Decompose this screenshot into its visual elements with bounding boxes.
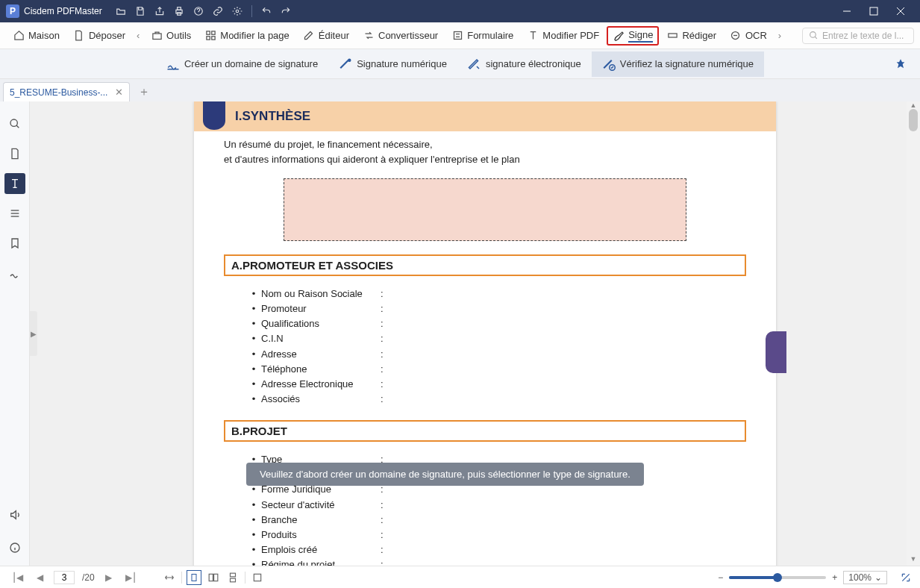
modify-pdf-button[interactable]: Modifier PDF xyxy=(521,27,605,45)
field-label: Qualifications xyxy=(261,316,381,331)
field-colon: : xyxy=(381,377,384,392)
ocr-button[interactable]: OCR xyxy=(724,27,773,45)
continuous-icon[interactable] xyxy=(225,570,240,585)
zoom-level-select[interactable]: 100%⌄ xyxy=(843,571,887,584)
left-collapse-handle[interactable]: ▶ xyxy=(30,311,37,356)
separator xyxy=(245,572,245,584)
last-page-button[interactable]: ▶⎮ xyxy=(122,571,140,584)
svg-point-4 xyxy=(236,10,239,13)
redact-button[interactable]: Rédiger xyxy=(660,27,722,45)
open-icon[interactable] xyxy=(113,3,129,19)
close-button[interactable] xyxy=(887,0,914,22)
zoom-in-button[interactable]: + xyxy=(832,572,837,583)
sign-button[interactable]: Signe xyxy=(607,26,659,46)
page-number-input[interactable] xyxy=(54,571,75,584)
chevron-right-icon[interactable]: › xyxy=(774,30,786,41)
field-colon: : xyxy=(381,513,384,528)
maximize-button[interactable] xyxy=(860,0,887,22)
sound-icon[interactable] xyxy=(4,504,25,525)
pin-icon[interactable] xyxy=(895,58,907,70)
tools-button[interactable]: Outils xyxy=(145,27,197,45)
save-icon[interactable] xyxy=(132,3,148,19)
text-panel-icon[interactable] xyxy=(4,173,25,194)
page-panel-icon[interactable] xyxy=(4,143,25,164)
search-input[interactable]: Entrez le texte de l... xyxy=(802,28,914,44)
separator xyxy=(181,572,182,584)
deposit-button[interactable]: Déposer xyxy=(67,27,131,45)
bookmark-panel-icon[interactable] xyxy=(4,233,25,254)
page-navigation: ⎮◀ ◀ /20 ▶ ▶⎮ xyxy=(9,571,140,584)
redact-icon xyxy=(666,30,678,42)
fit-width-icon[interactable] xyxy=(162,570,177,585)
undo-icon[interactable] xyxy=(258,3,275,19)
section-title: I.SYNTHÈSE xyxy=(235,109,776,124)
first-page-button[interactable]: ⎮◀ xyxy=(9,571,26,584)
bullet: • xyxy=(246,513,261,528)
field-label: C.I.N xyxy=(261,331,381,346)
intro-line-1: Un résumé du projet, le financement néce… xyxy=(224,137,746,152)
svg-rect-37 xyxy=(254,574,260,581)
electronic-signature-button[interactable]: signature électronique xyxy=(457,51,592,77)
svg-rect-21 xyxy=(167,69,178,70)
left-sidebar xyxy=(0,101,30,566)
zoom-slider[interactable] xyxy=(729,576,826,579)
modify-page-button[interactable]: Modifier la page xyxy=(198,27,295,45)
digital-sig-icon xyxy=(339,57,352,71)
info-icon[interactable] xyxy=(4,537,25,558)
converter-button[interactable]: Convertisseur xyxy=(357,27,444,45)
search-placeholder: Entrez le texte de l... xyxy=(822,31,904,41)
add-tab-button[interactable]: ＋ xyxy=(134,82,154,101)
section-b-heading: B.PROJET xyxy=(224,420,746,442)
document-tab[interactable]: 5_RESUME-Business-... ✕ xyxy=(3,82,130,101)
redo-icon[interactable] xyxy=(278,3,294,19)
field-colon: : xyxy=(381,528,384,542)
svg-rect-32 xyxy=(192,574,196,581)
home-button[interactable]: Maison xyxy=(7,27,66,45)
outline-panel-icon[interactable] xyxy=(4,203,25,224)
document-tab-bar: 5_RESUME-Business-... ✕ ＋ xyxy=(0,79,920,101)
file-icon xyxy=(73,30,85,42)
bullet: • xyxy=(246,316,261,331)
field-row: •Secteur d'activité: xyxy=(246,498,746,513)
document-canvas[interactable]: ▶ ◀ I.SYNTHÈSE Un résumé du projet, le f… xyxy=(30,101,920,566)
create-signature-field-button[interactable]: Créer un domaine de signature xyxy=(156,51,328,77)
field-colon: : xyxy=(381,557,384,566)
field-label: Secteur d'activité xyxy=(261,498,381,513)
scroll-down-icon[interactable]: ▼ xyxy=(907,555,920,566)
editor-button[interactable]: Éditeur xyxy=(297,27,355,45)
svg-rect-36 xyxy=(230,578,235,582)
prev-page-button[interactable]: ◀ xyxy=(34,571,46,584)
search-panel-icon[interactable] xyxy=(4,113,25,134)
verify-signature-button[interactable]: Vérifiez la signature numérique xyxy=(592,51,764,77)
field-row: •C.I.N: xyxy=(246,331,746,346)
two-page-icon[interactable] xyxy=(206,570,221,585)
bullet: • xyxy=(246,301,261,316)
bullet: • xyxy=(246,331,261,346)
signature-panel-icon[interactable] xyxy=(4,263,25,284)
side-tab-handle[interactable] xyxy=(766,331,786,373)
field-colon: : xyxy=(381,392,384,407)
svg-point-24 xyxy=(10,119,17,126)
chevron-left-icon[interactable]: ‹ xyxy=(132,30,144,41)
bullet: • xyxy=(246,557,261,566)
settings-icon[interactable] xyxy=(229,3,245,19)
single-page-icon[interactable] xyxy=(187,570,201,585)
signature-field[interactable] xyxy=(284,178,686,241)
zoom-out-button[interactable]: − xyxy=(718,572,723,583)
tab-close-icon[interactable]: ✕ xyxy=(115,87,123,98)
fullscreen-icon[interactable] xyxy=(901,572,911,583)
share-icon[interactable] xyxy=(151,3,168,19)
link-icon[interactable] xyxy=(210,3,226,19)
app-title: Cisdem PDFMaster xyxy=(24,6,102,16)
help-icon[interactable] xyxy=(190,3,207,19)
vertical-scrollbar[interactable]: ▲ ▼ xyxy=(907,101,920,566)
next-page-button[interactable]: ▶ xyxy=(102,571,115,584)
digital-signature-button[interactable]: Signature numérique xyxy=(328,51,457,77)
convert-icon xyxy=(363,30,375,42)
search-icon xyxy=(809,31,819,40)
print-icon[interactable] xyxy=(171,3,187,19)
form-button[interactable]: Formulaire xyxy=(445,27,519,45)
minimize-button[interactable] xyxy=(833,0,860,22)
reading-mode-icon[interactable] xyxy=(250,570,265,585)
scrollbar-thumb[interactable] xyxy=(909,109,918,131)
